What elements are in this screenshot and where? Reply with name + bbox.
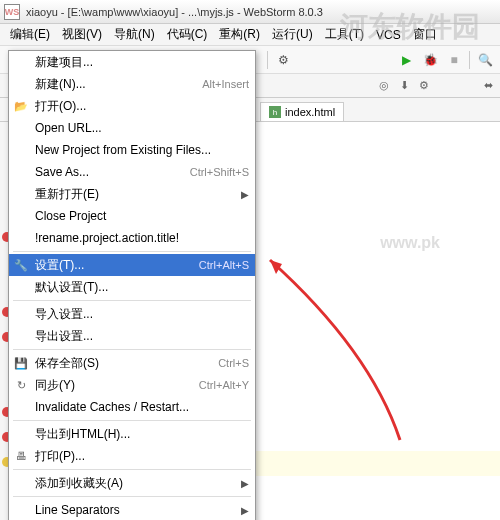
menu-new[interactable]: 新建(N)...Alt+Insert <box>9 73 255 95</box>
menu-refactor[interactable]: 重构(R) <box>213 26 266 43</box>
save-all-icon: 💾 <box>13 355 29 371</box>
menu-new-existing[interactable]: New Project from Existing Files... <box>9 139 255 161</box>
menu-default-settings[interactable]: 默认设置(T)... <box>9 276 255 298</box>
menu-edit[interactable]: 编辑(E) <box>4 26 56 43</box>
background-watermark: 河东软件园 <box>340 8 480 46</box>
menu-add-favorite[interactable]: 添加到收藏夹(A)▶ <box>9 472 255 494</box>
html-file-icon: h <box>269 106 281 118</box>
menu-new-project[interactable]: 新建项目... <box>9 51 255 73</box>
menu-sync[interactable]: ↻同步(Y)Ctrl+Alt+Y <box>9 374 255 396</box>
search-icon[interactable]: 🔍 <box>474 49 496 71</box>
menu-save-all[interactable]: 💾保存全部(S)Ctrl+S <box>9 352 255 374</box>
menu-open[interactable]: 📂打开(O)... <box>9 95 255 117</box>
run-icon[interactable]: ▶ <box>395 49 417 71</box>
split-icon[interactable]: ⬌ <box>480 78 496 94</box>
settings-icon[interactable]: ⚙ <box>272 49 294 71</box>
overlay-watermark: www.pk <box>380 234 440 252</box>
menu-navigate[interactable]: 导航(N) <box>108 26 161 43</box>
debug-icon[interactable]: 🐞 <box>419 49 441 71</box>
menu-rename-project[interactable]: !rename.project.action.title! <box>9 227 255 249</box>
window-title: xiaoyu - [E:\wamp\www\xiaoyu] - ...\myjs… <box>26 6 323 18</box>
sync-icon: ↻ <box>13 377 29 393</box>
stop-icon[interactable]: ■ <box>443 49 465 71</box>
tab-label: index.html <box>285 106 335 118</box>
menu-settings[interactable]: 🔧设置(T)...Ctrl+Alt+S <box>9 254 255 276</box>
menu-export-settings[interactable]: 导出设置... <box>9 325 255 347</box>
menu-export-html[interactable]: 导出到HTML(H)... <box>9 423 255 445</box>
webstorm-icon: WS <box>4 4 20 20</box>
wrench-icon: 🔧 <box>13 257 29 273</box>
menu-reopen[interactable]: 重新打开(E)▶ <box>9 183 255 205</box>
menu-code[interactable]: 代码(C) <box>161 26 214 43</box>
file-menu: 新建项目... 新建(N)...Alt+Insert 📂打开(O)... Ope… <box>8 50 256 520</box>
menu-open-url[interactable]: Open URL... <box>9 117 255 139</box>
print-icon: 🖶 <box>13 448 29 464</box>
target-icon[interactable]: ◎ <box>376 78 392 94</box>
folder-open-icon: 📂 <box>13 98 29 114</box>
menu-view[interactable]: 视图(V) <box>56 26 108 43</box>
menu-invalidate-caches[interactable]: Invalidate Caches / Restart... <box>9 396 255 418</box>
menu-print[interactable]: 🖶打印(P)... <box>9 445 255 467</box>
menu-save-as[interactable]: Save As...Ctrl+Shift+S <box>9 161 255 183</box>
menu-line-separators[interactable]: Line Separators▶ <box>9 499 255 520</box>
menu-run[interactable]: 运行(U) <box>266 26 319 43</box>
menu-close-project[interactable]: Close Project <box>9 205 255 227</box>
gear-icon[interactable]: ⚙ <box>416 78 432 94</box>
tab-index-html[interactable]: h index.html <box>260 102 344 121</box>
menu-import-settings[interactable]: 导入设置... <box>9 303 255 325</box>
pin-icon[interactable]: ⬇ <box>396 78 412 94</box>
